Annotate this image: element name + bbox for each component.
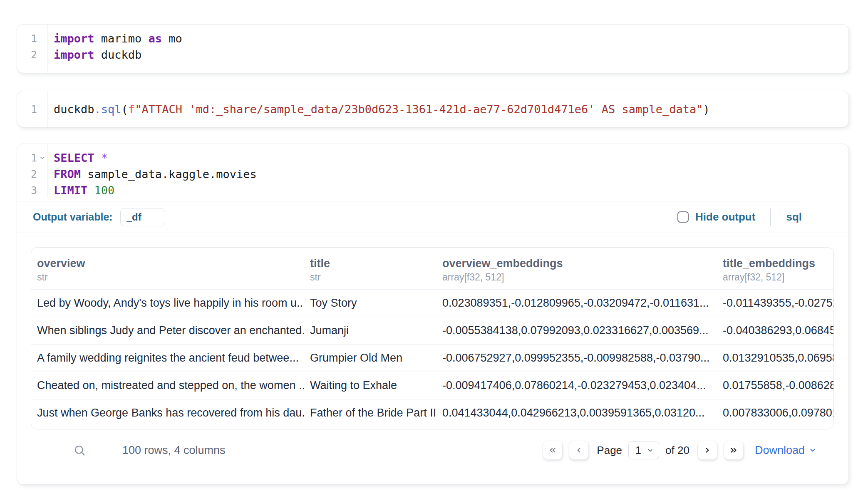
chevron-right-icon — [703, 446, 712, 455]
page-number-select[interactable]: 1 — [628, 441, 659, 459]
column-header-overview-embeddings[interactable]: overview_embeddings array[f32, 512] — [436, 248, 717, 289]
cell-title: Waiting to Exhale — [304, 372, 436, 399]
cell-title: Grumpier Old Men — [304, 345, 436, 372]
divider — [770, 208, 771, 226]
code-editor[interactable]: 1 duckdb.sql(f"ATTACH 'md:_share/sample_… — [17, 91, 848, 127]
cell-title: Toy Story — [304, 290, 436, 317]
chevron-down-icon — [809, 446, 816, 454]
line-number: 1 — [31, 32, 37, 45]
output-variable-label: Output variable: — [33, 211, 113, 223]
fold-chevron-icon[interactable] — [37, 150, 47, 166]
code-editor[interactable]: 1 2 import marimo as mo import duckdb — [17, 25, 848, 73]
first-page-button[interactable] — [543, 441, 563, 460]
chevron-down-icon — [647, 447, 654, 454]
code-content[interactable]: import marimo as mo import duckdb — [47, 25, 848, 73]
cell-overview-embeddings: 0.041433044,0.042966213,0.0039591365,0.0… — [436, 399, 717, 427]
cell-overview-embeddings: -0.006752927,0.099952355,-0.009982588,-0… — [436, 345, 717, 372]
cell-title-embeddings: 0.0132910535,0.06958 — [717, 345, 833, 372]
line-number-gutter: 1 2 3 — [17, 144, 47, 198]
code-line: SELECT * — [54, 150, 848, 166]
column-header-overview[interactable]: overview str — [31, 248, 304, 289]
line-number: 3 — [31, 184, 37, 196]
search-icon[interactable] — [73, 444, 86, 456]
line-number: 1 — [31, 103, 37, 115]
code-line: import marimo as mo — [54, 30, 848, 47]
table-header-row: overview str title str overview_embeddin… — [31, 248, 833, 289]
code-line: LIMIT 100 — [54, 182, 848, 198]
output-variable-input[interactable] — [120, 208, 165, 226]
code-editor[interactable]: 1 2 3 SELECT * FROM sample_data.kaggle.m… — [17, 144, 848, 198]
line-number: 1 — [31, 152, 37, 164]
cell-title: Father of the Bride Part II — [304, 399, 436, 427]
line-number: 2 — [31, 49, 37, 61]
cell-overview-embeddings: 0.023089351,-0.012809965,-0.03209472,-0.… — [436, 290, 717, 317]
total-pages-label: of 20 — [665, 444, 689, 457]
cell-title-embeddings: 0.007833006,0.097801 — [717, 399, 833, 427]
output-variable-bar: Output variable: Hide output sql — [17, 201, 848, 233]
cell-overview: A family wedding reignites the ancient f… — [31, 345, 304, 372]
next-page-button[interactable] — [697, 441, 717, 460]
row-count-status: 100 rows, 4 columns — [122, 444, 226, 457]
chevrons-right-icon — [729, 446, 738, 455]
page-select-value: 1 — [635, 444, 641, 456]
line-number-gutter: 1 2 — [17, 25, 47, 73]
code-line: FROM sample_data.kaggle.movies — [54, 166, 848, 182]
cell-title-embeddings: -0.011439355,-0.02752 — [717, 290, 833, 317]
sql-cell: 1 2 3 SELECT * FROM sample_data.kaggle.m… — [17, 144, 849, 485]
table-row: A family wedding reignites the ancient f… — [31, 344, 833, 372]
table-footer: 100 rows, 4 columns Page 1 of 20 — [73, 440, 816, 460]
download-label: Download — [755, 444, 805, 457]
cell-overview-embeddings: -0.0055384138,0.07992093,0.023316627,0.0… — [436, 317, 717, 344]
language-badge-sql[interactable]: sql — [786, 211, 802, 223]
cell-overview: Cheated on, mistreated and stepped on, t… — [31, 372, 304, 399]
result-table: overview str title str overview_embeddin… — [31, 247, 834, 429]
cell-overview-embeddings: -0.009417406,0.07860214,-0.023279453,0.0… — [436, 372, 717, 399]
download-menu-button[interactable]: Download — [755, 444, 816, 457]
previous-page-button[interactable] — [569, 441, 589, 460]
cell-overview: When siblings Judy and Peter discover an… — [31, 317, 304, 344]
line-number: 2 — [31, 168, 37, 180]
cell-title-embeddings: 0.01755858,-0.0086286 — [717, 372, 833, 399]
code-content[interactable]: duckdb.sql(f"ATTACH 'md:_share/sample_da… — [47, 91, 848, 127]
code-cell-attach: 1 duckdb.sql(f"ATTACH 'md:_share/sample_… — [17, 91, 849, 127]
cell-overview: Led by Woody, Andy's toys live happily i… — [31, 290, 304, 317]
table-row: Cheated on, mistreated and stepped on, t… — [31, 372, 833, 399]
hide-output-label[interactable]: Hide output — [695, 211, 755, 223]
cell-overview: Just when George Banks has recovered fro… — [31, 399, 304, 427]
table-row: Led by Woody, Andy's toys live happily i… — [31, 289, 833, 317]
code-content[interactable]: SELECT * FROM sample_data.kaggle.movies … — [47, 144, 848, 198]
code-cell-imports: 1 2 import marimo as mo import duckdb — [17, 24, 849, 73]
cell-title: Jumanji — [304, 317, 436, 344]
column-header-title[interactable]: title str — [304, 248, 436, 289]
column-header-title-embeddings[interactable]: title_embeddings array[f32, 512] — [717, 248, 833, 289]
line-number-gutter: 1 — [17, 91, 47, 127]
last-page-button[interactable] — [724, 441, 744, 460]
chevron-left-icon — [574, 446, 583, 455]
cell-title-embeddings: -0.040386293,0.068451 — [717, 317, 833, 344]
code-line: import duckdb — [54, 47, 848, 63]
chevrons-left-icon — [548, 446, 557, 455]
table-row: When siblings Judy and Peter discover an… — [31, 317, 833, 344]
cell-output: overview str title str overview_embeddin… — [17, 233, 848, 460]
page-label: Page — [597, 444, 622, 457]
hide-output-checkbox[interactable] — [677, 211, 689, 223]
code-line: duckdb.sql(f"ATTACH 'md:_share/sample_da… — [54, 101, 848, 117]
table-row: Just when George Banks has recovered fro… — [31, 399, 833, 427]
